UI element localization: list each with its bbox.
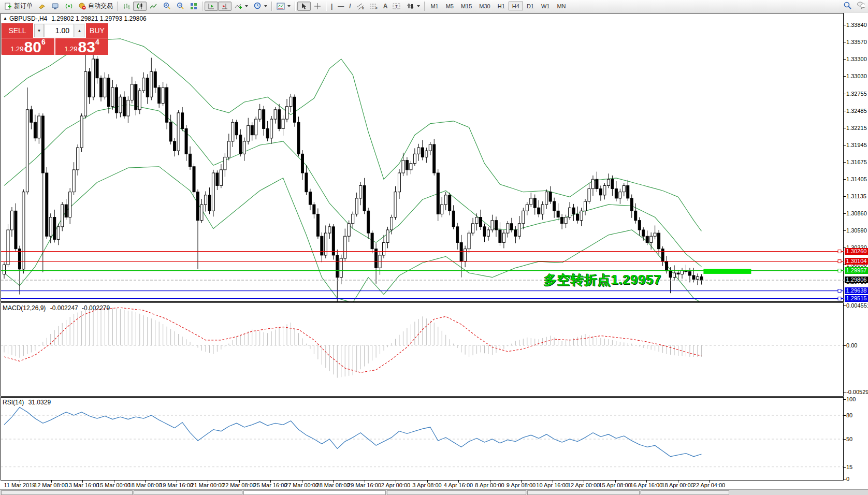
auto-trading-label: 自动交易 <box>88 2 113 10</box>
rsi-tick-label: 0 <box>846 476 849 482</box>
macd-tick-label: 0.004551 <box>846 302 868 309</box>
toolbar-right-group <box>843 1 865 9</box>
zoom-out-icon <box>176 2 184 10</box>
auto-trading-icon <box>78 2 86 10</box>
templates-caret-icon[interactable] <box>287 5 291 7</box>
fibonacci-icon: F <box>370 2 378 10</box>
rsi-value: 31.0329 <box>28 399 51 406</box>
timeframe-h1[interactable]: H1 <box>494 2 509 10</box>
chart-shift-button[interactable] <box>218 2 232 11</box>
fibonacci-button[interactable]: F <box>367 2 381 11</box>
rsi-tickmark <box>844 479 846 479</box>
periods-caret-icon[interactable] <box>264 5 267 7</box>
buy-button[interactable]: BUY <box>86 23 108 38</box>
rsi-tickmark <box>844 439 846 440</box>
taskbar-item[interactable] <box>387 490 526 495</box>
timeframe-d1[interactable]: D1 <box>523 2 538 10</box>
crosshair-button[interactable] <box>311 2 324 11</box>
collapse-icon[interactable]: ▲ <box>3 16 7 21</box>
taskbar-item[interactable] <box>641 490 729 495</box>
sell-price-prefix: 1.29 <box>10 44 23 54</box>
horizontal-line-icon: — <box>338 3 344 10</box>
sell-price-display[interactable]: 1.29806 <box>2 38 54 55</box>
candlestick-chart-button[interactable] <box>133 2 147 11</box>
crosshair-icon <box>313 2 322 10</box>
timeframe-mn[interactable]: MN <box>553 2 569 10</box>
toolbar-separator <box>326 2 327 11</box>
trendline-button[interactable]: / <box>346 2 353 11</box>
buy-price-display[interactable]: 1.29834 <box>55 38 108 55</box>
timeframe-m15[interactable]: M15 <box>457 2 475 10</box>
price-tickmark <box>844 59 846 60</box>
signals-icon <box>65 2 73 10</box>
price-tickmark <box>844 179 846 180</box>
candlestick-chart-icon <box>136 2 144 10</box>
auto-scroll-icon <box>207 2 215 10</box>
volume-input[interactable] <box>45 24 74 37</box>
main-chart-pane[interactable] <box>1 13 844 302</box>
tile-windows-button[interactable] <box>187 2 200 11</box>
timeframe-m30[interactable]: M30 <box>475 2 494 10</box>
price-tick-label: 1.30860 <box>846 210 867 216</box>
text-label-button[interactable]: T <box>390 2 403 11</box>
indicators-button[interactable] <box>232 2 251 11</box>
auto-trading-button[interactable]: 自动交易 <box>76 2 115 11</box>
price-tick-label: 1.33570 <box>846 39 867 45</box>
timeframe-h4[interactable]: H4 <box>509 2 523 10</box>
rsi-header: RSI(14) 31.0329 <box>3 399 51 406</box>
pivot-annotation[interactable]: 多空转折点1.29957 <box>544 271 661 288</box>
cursor-button[interactable] <box>297 2 311 11</box>
expert-advisors-button[interactable] <box>49 2 62 11</box>
volume-increase-button[interactable]: ▲ <box>75 24 84 37</box>
horn-icon <box>38 2 46 10</box>
level-price-label: 1.30260 <box>845 248 868 255</box>
macd-tickmark <box>844 392 846 392</box>
line-chart-button[interactable] <box>147 2 160 11</box>
taskbar-item[interactable] <box>243 490 386 495</box>
time-axis-label: 22 Apr 04:00 <box>687 482 731 488</box>
timeframe-m1[interactable]: M1 <box>427 2 442 10</box>
new-order-button[interactable]: 新订单 <box>2 2 35 11</box>
arrows-caret-icon[interactable] <box>417 5 420 7</box>
bar-chart-button[interactable] <box>120 2 133 11</box>
buy-price-sup: 4 <box>95 38 99 46</box>
bottom-taskbar <box>0 489 868 495</box>
zoom-out-button[interactable] <box>173 2 187 11</box>
timeframe-w1[interactable]: W1 <box>538 2 554 10</box>
horizontal-line-button[interactable]: — <box>335 2 346 11</box>
taskbar-item[interactable] <box>1 490 133 495</box>
signals-button[interactable] <box>62 2 76 11</box>
sell-button[interactable]: SELL <box>2 23 33 38</box>
timeframe-m5[interactable]: M5 <box>442 2 457 10</box>
volume-decrease-button[interactable]: ▼ <box>34 24 44 37</box>
taskbar-item[interactable] <box>134 490 242 495</box>
sound-button[interactable] <box>35 2 49 11</box>
clock-icon <box>253 2 262 10</box>
zoom-in-button[interactable] <box>160 2 173 11</box>
search-icon[interactable] <box>843 1 851 9</box>
rsi-pane[interactable] <box>1 397 844 481</box>
price-tickmark <box>844 111 846 111</box>
chat-icon[interactable] <box>857 1 865 9</box>
auto-scroll-button[interactable] <box>205 2 218 11</box>
templates-icon <box>277 2 285 10</box>
price-tick-label: 1.30590 <box>846 227 867 234</box>
svg-text:F: F <box>375 7 378 10</box>
text-button[interactable]: A <box>381 2 390 11</box>
macd-header: MACD(12,26,9) -0.002247 -0.002279 <box>3 304 110 312</box>
periods-button[interactable] <box>251 2 270 11</box>
channel-button[interactable]: E <box>354 2 367 11</box>
price-tick-label: 1.31405 <box>846 176 867 182</box>
templates-button[interactable] <box>274 2 293 11</box>
symbol-title: GBPUSD-,H4 <box>9 15 47 22</box>
arrows-button[interactable] <box>403 2 423 11</box>
macd-tickmark <box>844 345 846 346</box>
taskbar-item[interactable] <box>527 490 640 495</box>
equidistant-channel-icon: E <box>356 2 365 10</box>
price-tickmark <box>844 94 846 94</box>
indicators-caret-icon[interactable] <box>245 5 248 7</box>
price-tick-label: 1.31135 <box>846 193 866 199</box>
vertical-line-button[interactable]: | <box>328 2 335 11</box>
macd-pane[interactable] <box>1 302 844 397</box>
toolbar-separator <box>117 2 118 11</box>
